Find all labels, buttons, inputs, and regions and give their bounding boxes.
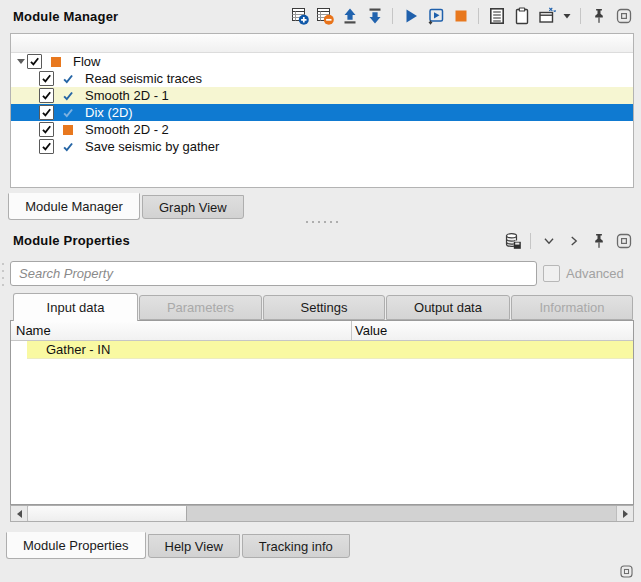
status-icon-blue-check [62, 141, 74, 153]
advanced-option: Advanced [543, 265, 624, 282]
chevron-right-icon [565, 232, 583, 250]
window-menu-dropdown[interactable] [561, 6, 573, 27]
arrow-right-icon [623, 510, 628, 518]
pin-dock-button[interactable] [588, 230, 609, 251]
expander-icon[interactable] [14, 59, 27, 64]
status-icon-orange-square [50, 57, 62, 67]
scroll-left-button[interactable] [11, 506, 28, 521]
column-header-name[interactable]: Name [11, 323, 51, 338]
checkmark-icon [41, 90, 52, 101]
float-icon [614, 6, 634, 26]
float-dock-button[interactable] [613, 6, 634, 27]
app-window: { "colors": { "selection_blue": "#0f7ad1… [0, 0, 641, 582]
size-grip-icon [618, 563, 635, 580]
tab-module-manager[interactable]: Module Manager [8, 193, 140, 220]
save-properties-button[interactable] [502, 230, 523, 251]
status-icon-blue-check [62, 90, 74, 102]
tree-row-smooth-2d-2[interactable]: Smooth 2D - 2 [11, 121, 633, 138]
tree-row-dix-2d[interactable]: Dix (2D) [11, 104, 633, 121]
tree-row-read-seismic-traces[interactable]: Read seismic traces [11, 70, 633, 87]
scroll-right-button[interactable] [616, 506, 633, 521]
add-module-button[interactable] [289, 6, 310, 27]
run-flow-button[interactable] [425, 6, 446, 27]
collapse-all-button[interactable] [538, 230, 559, 251]
stop-button[interactable] [450, 6, 471, 27]
bottom-tabbar: Module Properties Help View Tracking inf… [6, 532, 352, 559]
row-checkbox[interactable] [39, 71, 54, 86]
row-indent [11, 341, 27, 359]
expand-all-button[interactable] [563, 230, 584, 251]
tree-row-label: Dix (2D) [85, 105, 133, 120]
tab-information: Information [511, 295, 633, 320]
tab-label: Output data [414, 300, 482, 315]
check-icon [62, 107, 74, 119]
check-icon [62, 73, 74, 85]
move-up-button[interactable] [339, 6, 360, 27]
property-name: Gather - IN [46, 342, 110, 357]
row-checkbox[interactable] [39, 105, 54, 120]
report-button[interactable] [486, 6, 507, 27]
tree-row-flow[interactable]: Flow [11, 53, 633, 70]
scrollbar-thumb[interactable] [28, 506, 187, 521]
property-tabbar: Input data Parameters Settings Output da… [13, 293, 634, 321]
tab-output-data[interactable]: Output data [386, 295, 510, 320]
tree-header-strip [11, 34, 633, 53]
check-icon [62, 90, 74, 102]
advanced-checkbox[interactable] [543, 265, 560, 282]
checkmark-icon [41, 141, 52, 152]
report-icon [487, 6, 507, 26]
checkmark-icon [29, 56, 40, 67]
module-manager-title: Module Manager [13, 9, 118, 24]
tab-input-data[interactable]: Input data [13, 293, 138, 321]
paste-button[interactable] [511, 6, 532, 27]
row-checkbox[interactable] [39, 88, 54, 103]
tab-label: Module Properties [23, 538, 129, 553]
new-window-button[interactable] [536, 6, 557, 27]
paste-clipboard-icon [512, 6, 532, 26]
tree-row-label: Smooth 2D - 2 [85, 122, 169, 137]
pin-dock-button[interactable] [588, 6, 609, 27]
tree-row-smooth-2d-1[interactable]: Smooth 2D - 1 [11, 87, 633, 104]
row-checkbox[interactable] [27, 54, 42, 69]
toolbar-separator [530, 233, 531, 249]
tab-tracking-info[interactable]: Tracking info [242, 534, 350, 558]
status-icon-blue-check [62, 107, 74, 119]
row-checkbox[interactable] [39, 139, 54, 154]
new-window-icon [537, 6, 557, 26]
tab-module-properties[interactable]: Module Properties [6, 532, 146, 559]
tab-settings[interactable]: Settings [263, 295, 385, 320]
module-properties-toolbar [502, 230, 634, 251]
horizontal-scrollbar[interactable] [10, 505, 634, 522]
float-icon [614, 231, 634, 251]
module-manager-tabbar: Module Manager Graph View [8, 193, 246, 221]
table-row-gather-in[interactable]: Gather - IN [11, 341, 633, 359]
tree-row-label: Smooth 2D - 1 [85, 88, 169, 103]
tab-label: Graph View [159, 200, 227, 215]
column-divider[interactable] [351, 321, 352, 340]
float-dock-button[interactable] [613, 230, 634, 251]
column-header-value[interactable]: Value [355, 323, 387, 338]
tab-graph-view[interactable]: Graph View [142, 195, 244, 219]
dock-splitter-handle[interactable] [306, 220, 338, 224]
module-manager-toolbar [289, 6, 634, 27]
toolbar-separator [392, 8, 393, 24]
scrollbar-track[interactable] [187, 506, 616, 521]
search-property-input[interactable] [10, 261, 537, 286]
checkmark-icon [41, 124, 52, 135]
toolbar-separator [478, 8, 479, 24]
toolbar-separator [580, 8, 581, 24]
move-down-button[interactable] [364, 6, 385, 27]
remove-module-button[interactable] [314, 6, 335, 27]
checkmark-icon [41, 107, 52, 118]
tree-row-save-seismic-by-gather[interactable]: Save seismic by gather [11, 138, 633, 155]
pin-icon [589, 6, 609, 26]
tab-label: Settings [301, 300, 348, 315]
tab-help-view[interactable]: Help View [148, 534, 240, 558]
arrow-left-icon [17, 510, 22, 518]
module-properties-title: Module Properties [13, 233, 130, 248]
property-table-header[interactable]: Name Value [11, 321, 633, 341]
run-button[interactable] [400, 6, 421, 27]
move-down-icon [365, 6, 385, 26]
size-grip[interactable] [618, 563, 636, 581]
row-checkbox[interactable] [39, 122, 54, 137]
